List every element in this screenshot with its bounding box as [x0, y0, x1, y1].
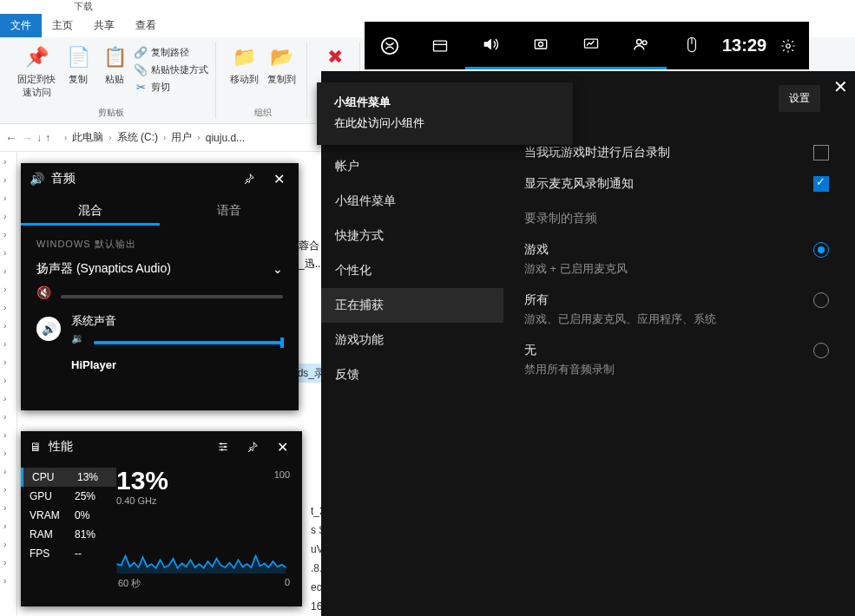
chevron-icon[interactable]: › [3, 193, 16, 203]
chevron-icon[interactable]: › [3, 248, 16, 258]
audio-button[interactable] [465, 22, 516, 69]
nav-capturing[interactable]: 正在捕获 [321, 288, 503, 323]
mic-notify-checkbox[interactable] [813, 176, 829, 192]
chevron-icon[interactable]: › [3, 521, 16, 531]
paste-button[interactable]: 📋粘贴 [97, 42, 132, 101]
copy-button[interactable]: 📄复制 [61, 42, 95, 101]
nav-feedback[interactable]: 反馈 [321, 357, 503, 392]
svg-point-11 [224, 446, 226, 448]
down-arrow-icon[interactable]: ↓ [36, 132, 42, 144]
stat-cpu[interactable]: CPU13% [21, 468, 116, 487]
moveto-button[interactable]: 📁移动到 [227, 42, 262, 88]
bg-record-checkbox[interactable] [813, 145, 829, 161]
bc-drive[interactable]: 系统 (C:) [117, 130, 158, 145]
chevron-icon[interactable]: › [3, 467, 16, 476]
chevron-icon[interactable]: › [3, 230, 16, 239]
copyto-button[interactable]: 📂复制到 [264, 42, 299, 88]
copypath-button[interactable]: 🔗复制路径 [134, 43, 208, 61]
chevron-right-icon: › [62, 133, 69, 142]
cpu-chart [116, 506, 286, 573]
perf-header[interactable]: 🖥 性能 ✕ [21, 431, 302, 462]
chevron-icon[interactable]: › [3, 540, 16, 549]
svg-point-12 [221, 449, 223, 450]
up-icon[interactable]: ↑ [45, 132, 50, 144]
system-volume-slider[interactable] [94, 341, 283, 344]
tab-voice[interactable]: 语音 [160, 194, 299, 226]
chevron-icon[interactable]: › [3, 376, 16, 385]
performance-button[interactable] [566, 22, 616, 69]
big-percentage: 13% [116, 466, 292, 495]
nav-gamefeatures[interactable]: 游戏功能 [321, 323, 503, 357]
bc-users[interactable]: 用户 [171, 130, 192, 145]
radio-all[interactable] [813, 292, 829, 308]
audio-header[interactable]: 🔊 音频 ✕ [21, 163, 299, 194]
close-button[interactable]: ✕ [267, 167, 290, 190]
radio-none[interactable] [813, 343, 829, 358]
stat-gpu[interactable]: GPU25% [30, 487, 116, 506]
widgets-icon [431, 37, 449, 55]
hiplayer-label: HiPlayer [71, 358, 116, 371]
bc-user[interactable]: qiuju.d... [206, 132, 245, 144]
clipboard-group-label: 剪贴板 [98, 107, 124, 119]
chevron-icon[interactable]: › [3, 175, 16, 185]
chevron-right-icon: › [195, 133, 201, 142]
stat-vram[interactable]: VRAM0% [30, 506, 116, 525]
stat-fps[interactable]: FPS-- [30, 544, 116, 563]
settings-gear-button[interactable] [772, 22, 805, 69]
pin-button[interactable] [241, 436, 264, 458]
pasteshortcut-button[interactable]: 📎粘贴快捷方式 [134, 61, 208, 78]
chevron-icon[interactable]: › [3, 285, 16, 294]
settings-close-button[interactable]: ✕ [833, 76, 848, 97]
tab-share[interactable]: 共享 [83, 14, 125, 37]
chevron-icon[interactable]: › [3, 212, 16, 221]
capture-button[interactable] [516, 22, 566, 69]
chevron-icon[interactable]: › [3, 321, 16, 331]
widgets-button[interactable] [415, 22, 465, 69]
copyto-icon: 📂 [268, 43, 296, 71]
chevron-icon[interactable]: › [3, 558, 16, 567]
audio-title: 音频 [51, 171, 76, 187]
pin-button[interactable]: 📌固定到快 速访问 [14, 42, 59, 101]
chevron-icon[interactable]: › [3, 449, 16, 458]
nav-personalize[interactable]: 个性化 [321, 253, 503, 288]
master-volume-slider[interactable] [61, 295, 283, 298]
tab-home[interactable]: 主页 [42, 14, 83, 37]
xbox-button[interactable] [365, 22, 415, 69]
vram-value: 0% [75, 509, 89, 521]
social-button[interactable] [616, 22, 667, 69]
device-selector[interactable]: 扬声器 (Synaptics Audio) ⌄ [36, 261, 283, 277]
tab-file[interactable]: 文件 [0, 14, 42, 37]
chevron-icon[interactable]: › [3, 576, 16, 586]
chart-ymax: 100 [274, 469, 290, 480]
tab-mix[interactable]: 混合 [21, 194, 160, 226]
copy-icon: 📄 [64, 43, 92, 71]
cut-icon: ✂ [134, 80, 148, 94]
chevron-icon[interactable]: › [3, 157, 16, 167]
chevron-icon[interactable]: › [3, 357, 16, 367]
back-icon[interactable]: ← [5, 131, 17, 145]
stat-ram[interactable]: RAM81% [30, 525, 116, 544]
chevron-icon[interactable]: › [3, 485, 16, 495]
volume-icon[interactable]: 🔉 [71, 332, 87, 344]
radio-game[interactable] [813, 242, 829, 258]
mouse-button[interactable] [667, 22, 717, 69]
chevron-icon[interactable]: › [3, 430, 16, 440]
chevron-icon[interactable]: › [3, 339, 16, 349]
chevron-icon[interactable]: › [3, 412, 16, 422]
options-button[interactable] [212, 436, 234, 458]
close-button[interactable]: ✕ [271, 436, 293, 458]
chevron-icon[interactable]: › [3, 266, 16, 276]
cpu-label: CPU [32, 471, 70, 483]
nav-widgets[interactable]: 小组件菜单 [321, 184, 503, 219]
nav-shortcuts[interactable]: 快捷方式 [321, 219, 503, 253]
bc-thispc[interactable]: 此电脑 [72, 130, 103, 145]
cut-button[interactable]: ✂剪切 [134, 78, 208, 95]
tab-view[interactable]: 查看 [125, 14, 167, 37]
chevron-icon[interactable]: › [3, 394, 16, 403]
moveto-icon: 📁 [231, 43, 259, 71]
mute-icon[interactable]: 🔇 [36, 285, 52, 299]
chevron-icon[interactable]: › [3, 503, 16, 513]
chevron-icon[interactable]: › [3, 303, 16, 312]
nav-account[interactable]: 帐户 [321, 149, 503, 184]
pin-button[interactable] [238, 167, 260, 190]
